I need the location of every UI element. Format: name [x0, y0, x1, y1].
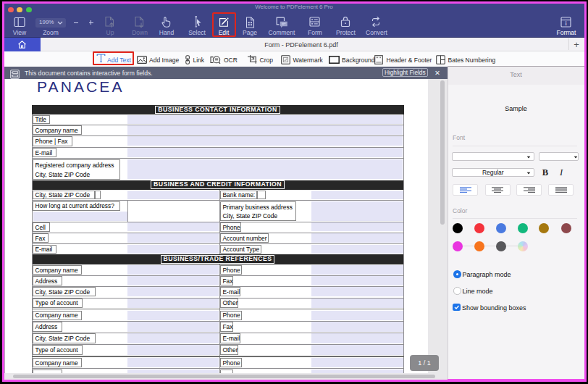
svg-text:i: i — [565, 20, 566, 27]
